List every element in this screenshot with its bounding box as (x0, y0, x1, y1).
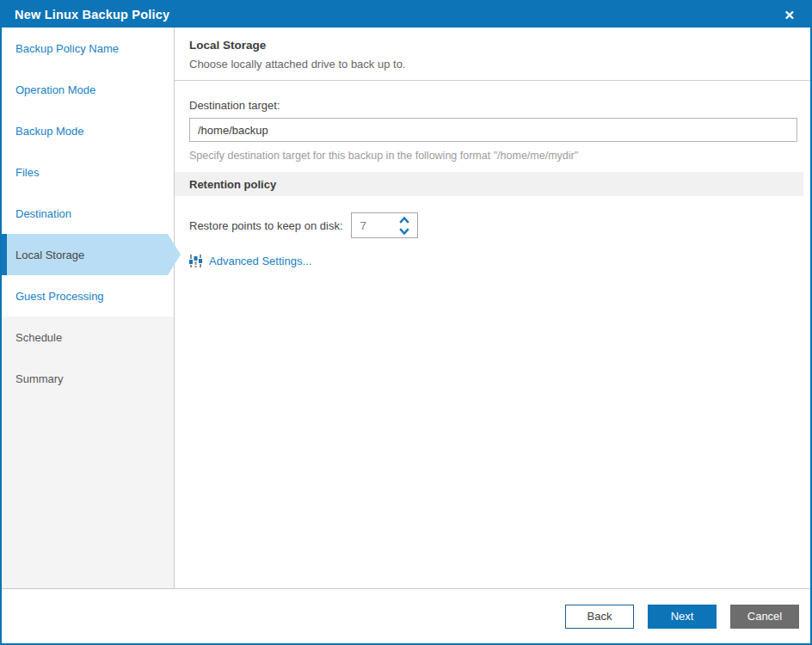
next-button[interactable]: Next (648, 605, 717, 629)
sidebar-item-guest-processing[interactable]: Guest Processing (2, 275, 174, 316)
sidebar-item-backup-policy-name[interactable]: Backup Policy Name (2, 28, 174, 69)
step-label: Backup Policy Name (15, 42, 119, 55)
window-title: New Linux Backup Policy (15, 8, 169, 22)
restore-points-input[interactable] (352, 219, 390, 232)
sliders-icon (189, 255, 202, 267)
cancel-button[interactable]: Cancel (730, 605, 799, 629)
destination-format-hint: Specify destination target for this back… (189, 150, 810, 162)
header-divider (175, 80, 810, 81)
new-linux-backup-policy-dialog: New Linux Backup Policy ✕ Backup Policy … (0, 0, 812, 645)
sidebar-item-backup-mode[interactable]: Backup Mode (2, 110, 174, 151)
step-label: Backup Mode (15, 125, 84, 138)
page-header: Local Storage Choose locally attached dr… (175, 39, 810, 71)
advanced-settings-link[interactable]: Advanced Settings... (209, 255, 311, 267)
stepper-arrows (398, 215, 410, 236)
page-subtitle: Choose locally attached drive to back up… (189, 58, 810, 71)
chevron-up-icon[interactable] (398, 215, 410, 225)
sidebar-item-local-storage[interactable]: Local Storage (2, 234, 174, 275)
sidebar-item-schedule: Schedule (2, 316, 174, 358)
close-icon[interactable]: ✕ (780, 7, 798, 23)
step-label: Destination (15, 207, 71, 220)
footer-bar: Back Next Cancel (2, 588, 810, 643)
restore-points-label: Restore points to keep on disk: (189, 219, 343, 232)
destination-target-input[interactable] (189, 118, 797, 142)
retention-policy-title: Retention policy (189, 178, 276, 191)
step-content: Local Storage Choose locally attached dr… (175, 28, 810, 588)
chevron-down-icon[interactable] (398, 226, 410, 236)
sidebar-item-operation-mode[interactable]: Operation Mode (2, 69, 174, 110)
page-title: Local Storage (189, 39, 810, 52)
main-area: Backup Policy Name Operation Mode Backup… (2, 28, 810, 588)
step-label: Summary (15, 372, 64, 385)
sidebar-filler (2, 399, 174, 588)
step-label: Local Storage (15, 249, 84, 261)
retention-policy-section-header: Retention policy (175, 172, 803, 196)
restore-points-row: Restore points to keep on disk: (189, 212, 810, 238)
step-label: Operation Mode (15, 83, 95, 96)
back-button[interactable]: Back (565, 605, 634, 629)
wizard-steps-sidebar: Backup Policy Name Operation Mode Backup… (2, 28, 175, 588)
title-bar: New Linux Backup Policy ✕ (2, 2, 810, 28)
restore-points-stepper[interactable] (351, 212, 418, 238)
sidebar-item-files[interactable]: Files (2, 151, 174, 193)
destination-target-label: Destination target: (189, 99, 810, 112)
advanced-settings-row: Advanced Settings... (189, 255, 810, 267)
sidebar-item-summary: Summary (2, 358, 174, 399)
sidebar-item-destination[interactable]: Destination (2, 193, 174, 234)
step-label: Files (15, 166, 39, 179)
step-label: Schedule (15, 331, 62, 344)
step-label: Guest Processing (15, 290, 104, 303)
